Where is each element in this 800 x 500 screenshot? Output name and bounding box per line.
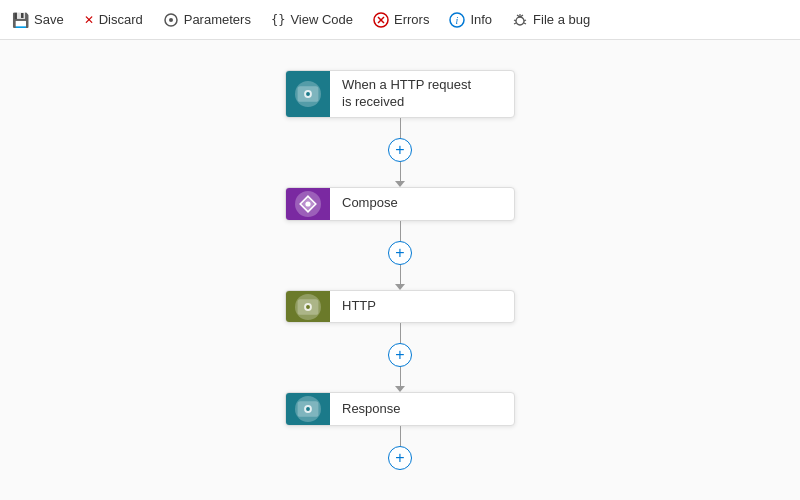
flow-canvas: When a HTTP requestis received + Compose [0,40,800,500]
save-icon: 💾 [12,12,29,28]
discard-button[interactable]: ✕ Discard [84,12,143,27]
add-step-4-button[interactable]: + [388,446,412,470]
flow-container: When a HTTP requestis received + Compose [250,40,550,500]
add-step-2-button[interactable]: + [388,241,412,265]
connector-line [400,426,401,446]
connector-line [400,367,401,387]
svg-text:i: i [456,15,459,26]
svg-point-19 [305,201,310,206]
connector-1: + [388,118,412,187]
parameters-icon [163,12,179,28]
svg-line-13 [514,23,516,24]
trigger-icon [295,81,321,107]
response-step[interactable]: Response [285,392,515,426]
compose-icon [295,191,321,217]
info-button[interactable]: i Info [449,12,492,28]
http-step[interactable]: HTTP [285,290,515,324]
view-code-icon: {} [271,13,285,27]
http-title: HTTP [330,291,514,323]
errors-icon [373,12,389,28]
toolbar: 💾 Save ✕ Discard Parameters {} View Code… [0,0,800,40]
compose-icon-bar [286,188,330,220]
response-icon-bar [286,393,330,425]
connector-3: + [388,323,412,392]
add-step-1-button[interactable]: + [388,138,412,162]
connector-line [400,162,401,182]
bug-icon [512,12,528,28]
compose-step[interactable]: Compose [285,187,515,221]
connector-arrow [395,284,405,290]
http-icon [295,294,321,320]
response-icon [295,396,321,422]
http-icon-bar [286,291,330,323]
svg-point-22 [306,305,310,309]
svg-line-14 [524,23,526,24]
parameters-button[interactable]: Parameters [163,12,251,28]
response-title: Response [330,393,514,425]
file-bug-button[interactable]: File a bug [512,12,590,28]
save-button[interactable]: 💾 Save [12,12,64,28]
connector-line [400,323,401,343]
view-code-button[interactable]: {} View Code [271,12,353,27]
connector-line [400,221,401,241]
trigger-step[interactable]: When a HTTP requestis received [285,70,515,118]
svg-point-25 [306,407,310,411]
connector-line [400,118,401,138]
trigger-title: When a HTTP requestis received [330,71,514,117]
connector-4: + [388,426,412,470]
connector-line [400,265,401,285]
svg-point-17 [306,92,310,96]
connector-2: + [388,221,412,290]
svg-point-1 [169,18,173,22]
compose-title: Compose [330,188,514,220]
svg-point-7 [516,17,524,25]
trigger-icon-bar [286,71,330,117]
errors-button[interactable]: Errors [373,12,429,28]
discard-icon: ✕ [84,13,94,27]
add-step-3-button[interactable]: + [388,343,412,367]
info-icon: i [449,12,465,28]
